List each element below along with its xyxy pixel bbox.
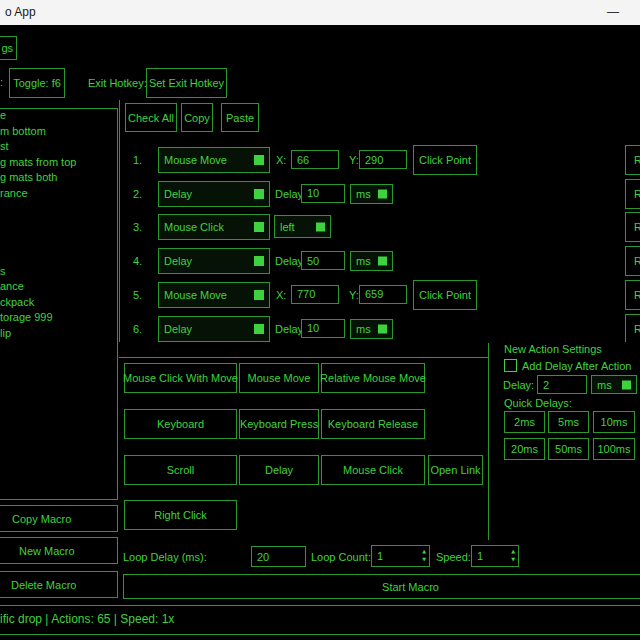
macro-list-item[interactable]: e (0, 108, 6, 123)
remove-action-button[interactable]: R (625, 179, 640, 209)
tool-button-right-click[interactable]: Right Click (124, 500, 237, 530)
quick-delay-button-5ms[interactable]: 5ms (548, 411, 589, 433)
actions-panel: Check AllCopyPaste1.Mouse MoveX:66Y:290C… (119, 100, 640, 342)
delay-unit-dropdown[interactable]: ms (350, 184, 393, 204)
delay-label: Delay (275, 179, 303, 209)
action-type-dropdown[interactable]: Mouse Move (158, 147, 270, 173)
titlebar: o App — (0, 0, 640, 25)
spinner-up-icon[interactable]: ▲ (511, 547, 515, 555)
y-input[interactable]: 659 (359, 285, 407, 304)
tool-button-delay[interactable]: Delay (239, 455, 319, 485)
remove-action-button[interactable]: R (625, 145, 640, 175)
quick-delay-button-50ms[interactable]: 50ms (548, 438, 589, 460)
delay-input[interactable]: 50 (301, 251, 345, 270)
y-label: Y: (349, 145, 359, 175)
quick-delay-button-100ms[interactable]: 100ms (593, 438, 635, 460)
loop-count-value: 1 (377, 550, 383, 562)
delay-unit-dropdown-value: ms (356, 323, 371, 335)
macro-list-item[interactable]: torage 999 (0, 309, 53, 325)
new-macro-button[interactable]: New Macro (0, 537, 118, 564)
tool-button-scroll[interactable]: Scroll (124, 455, 237, 485)
delay-unit-dropdown-value: ms (356, 188, 371, 200)
x-input[interactable]: 66 (291, 150, 339, 169)
paste-button[interactable]: Paste (221, 103, 259, 132)
action-row: 2.DelayDelay10msR (120, 179, 640, 209)
start-macro-button[interactable]: Start Macro (123, 574, 640, 599)
minimize-icon[interactable]: — (600, 2, 626, 22)
tool-button-mouse-click-with-move[interactable]: Mouse Click With Move (124, 363, 237, 393)
remove-action-button[interactable]: R (625, 246, 640, 276)
macro-list-item[interactable]: ckpack (0, 294, 34, 310)
quick-delay-button-2ms[interactable]: 2ms (504, 411, 545, 433)
menu-tab-settings[interactable]: gs (0, 36, 17, 60)
x-input[interactable]: 770 (291, 285, 339, 304)
action-type-dropdown[interactable]: Mouse Click (158, 214, 270, 240)
loop-delay-input[interactable]: 20 (251, 546, 306, 567)
tool-button-mouse-click[interactable]: Mouse Click (321, 455, 425, 485)
spinner-down-icon[interactable]: ▼ (511, 555, 515, 563)
remove-action-button[interactable]: R (625, 314, 640, 343)
tool-button-keyboard-press[interactable]: Keyboard Press (239, 409, 319, 439)
action-index: 2. (133, 179, 142, 209)
dropdown-indicator-icon (378, 257, 387, 266)
exit-hotkey-label: Exit Hotkey: (88, 77, 147, 89)
macro-list-item[interactable]: s (0, 263, 6, 279)
delay-label: Delay (275, 246, 303, 276)
delay-input[interactable]: 10 (301, 184, 345, 203)
spinner-up-icon[interactable]: ▲ (422, 547, 426, 555)
delete-macro-button[interactable]: Delete Macro (0, 571, 118, 598)
check-all-button[interactable]: Check All (125, 103, 177, 132)
new-action-delay-input[interactable]: 2 (537, 375, 587, 394)
remove-action-button[interactable]: R (625, 212, 640, 242)
macro-list-item[interactable]: lip (0, 325, 11, 341)
spinner-down-icon[interactable]: ▼ (422, 555, 426, 563)
copy-macro-button[interactable]: Copy Macro (0, 505, 118, 532)
action-type-dropdown[interactable]: Mouse Move (158, 282, 270, 308)
mouse-button-dropdown-value: left (280, 221, 295, 233)
macro-list-box[interactable]: em bottomstg mats from topg mats bothran… (0, 108, 118, 500)
settings-separator (488, 343, 489, 540)
remove-action-button[interactable]: R (625, 280, 640, 310)
delay-input[interactable]: 10 (301, 319, 345, 338)
delay-unit-dropdown[interactable]: ms (350, 319, 393, 339)
action-type-dropdown-value: Mouse Move (164, 289, 227, 301)
macro-list-item[interactable]: ance (0, 278, 24, 294)
macro-list-item[interactable]: rance (0, 185, 28, 201)
loop-count-stepper[interactable]: 1 ▲▼ (371, 545, 430, 567)
action-index: 6. (133, 314, 142, 343)
action-type-dropdown[interactable]: Delay (158, 248, 270, 274)
tool-button-open-link[interactable]: Open Link (428, 455, 483, 485)
action-type-dropdown[interactable]: Delay (158, 316, 270, 342)
dropdown-indicator-icon (254, 324, 264, 334)
action-row: 1.Mouse MoveX:66Y:290Click PointR (120, 145, 640, 175)
tool-button-keyboard[interactable]: Keyboard (124, 409, 237, 439)
quick-delay-button-20ms[interactable]: 20ms (504, 438, 545, 460)
tool-button-keyboard-release[interactable]: Keyboard Release (321, 409, 425, 439)
macro-list-item[interactable]: st (0, 138, 9, 154)
delay-unit-dropdown[interactable]: ms (350, 251, 393, 271)
dropdown-indicator-icon (254, 189, 264, 199)
set-exit-hotkey-button[interactable]: Set Exit Hotkey (146, 68, 227, 98)
speed-stepper[interactable]: 1 ▲▼ (471, 545, 519, 567)
click-point-button[interactable]: Click Point (413, 280, 477, 310)
action-row: 5.Mouse MoveX:770Y:659Click PointR (120, 280, 640, 310)
add-delay-checkbox[interactable] (504, 359, 517, 372)
tool-button-mouse-move[interactable]: Mouse Move (239, 363, 319, 393)
macro-list-item[interactable]: g mats both (0, 169, 57, 185)
copy-button[interactable]: Copy (181, 103, 213, 132)
loop-delay-label: Loop Delay (ms): (123, 551, 207, 563)
y-input[interactable]: 290 (359, 150, 407, 169)
action-index: 5. (133, 280, 142, 310)
mouse-button-dropdown[interactable]: left (274, 215, 331, 238)
action-type-dropdown[interactable]: Delay (158, 181, 270, 207)
new-action-delay-unit-dropdown[interactable]: ms (591, 375, 637, 394)
macro-list-item[interactable]: m bottom (0, 123, 46, 139)
tool-button-relative-mouse-move[interactable]: Relative Mouse Move (321, 363, 425, 393)
dropdown-indicator-icon (316, 222, 325, 231)
quick-delay-button-10ms[interactable]: 10ms (593, 411, 635, 433)
speed-value: 1 (477, 550, 483, 562)
click-point-button[interactable]: Click Point (413, 145, 477, 175)
toggle-hotkey-button[interactable]: Toggle: f6 (9, 68, 65, 98)
macro-list-item[interactable]: g mats from top (0, 154, 76, 170)
dropdown-indicator-icon (254, 256, 264, 266)
